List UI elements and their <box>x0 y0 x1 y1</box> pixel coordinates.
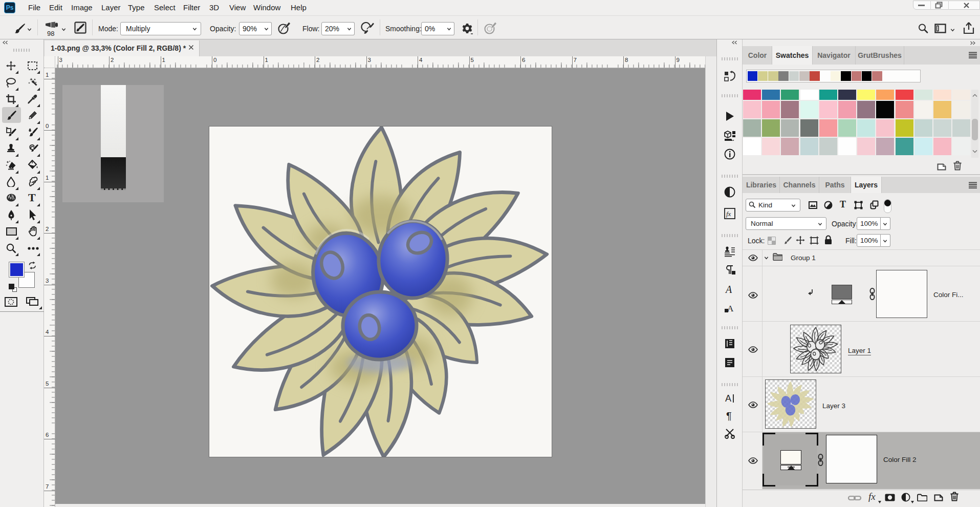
svg-text:A: A <box>725 393 731 404</box>
svg-text:A: A <box>725 284 732 295</box>
svg-text:¶: ¶ <box>726 410 732 421</box>
svg-text:fx: fx <box>726 210 731 218</box>
